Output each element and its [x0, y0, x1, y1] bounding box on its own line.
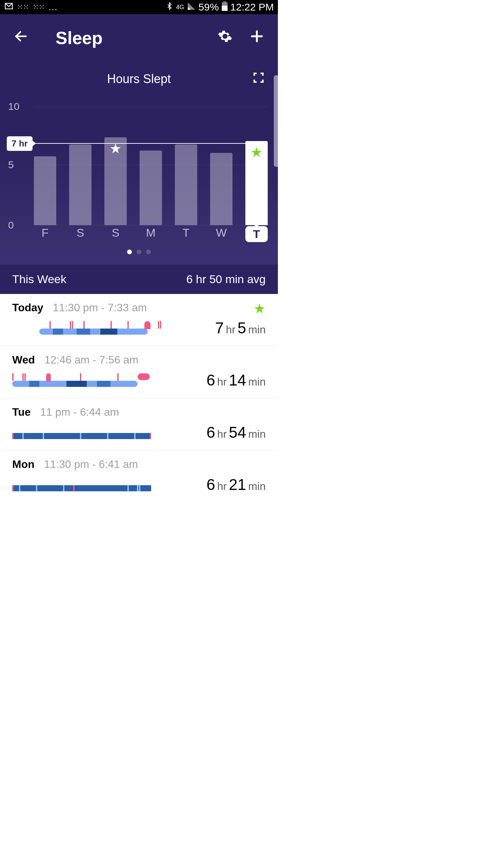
chart-bar[interactable]	[175, 144, 197, 225]
app-icon: ⁙⁙	[33, 3, 45, 12]
x-tick-label[interactable]: W	[210, 226, 232, 242]
more-icon: …	[48, 2, 58, 13]
mail-icon	[4, 1, 14, 13]
goal-badge: 7 hr	[7, 136, 33, 151]
android-status-bar: ⁙⁙ ⁙⁙ … 4G 59% 12:22 PM	[0, 0, 278, 14]
entry-times: 11 pm - 6:44 am	[40, 406, 119, 418]
chart-bar[interactable]: ★	[245, 141, 268, 225]
star-icon: ★	[250, 144, 263, 160]
entry-day: Mon	[12, 458, 35, 471]
x-tick-label[interactable]: S	[69, 226, 92, 242]
chart-title: Hours Slept	[107, 72, 171, 86]
sleep-entry[interactable]: Mon 11:30 pm - 6:41 am 6hr 21min	[0, 451, 278, 494]
entry-times: 12:46 am - 7:56 am	[44, 354, 138, 366]
sleep-stages-graphic	[12, 373, 158, 387]
sleep-stages-graphic	[12, 478, 158, 491]
app-icon: ⁙⁙	[17, 3, 29, 12]
sleep-stages-graphic	[12, 321, 158, 335]
app-header: Sleep	[0, 14, 278, 62]
svg-rect-2	[222, 5, 227, 11]
y-tick: 10	[8, 101, 19, 112]
chart-bar[interactable]	[34, 156, 56, 225]
x-tick-label[interactable]: T	[175, 226, 197, 242]
entry-times: 11:30 pm - 6:41 am	[44, 458, 138, 471]
star-icon: ★	[253, 301, 266, 316]
sleep-entry[interactable]: Today 11:30 pm - 7:33 am 7hr 5min ★	[0, 294, 278, 346]
hours-slept-chart: Hours Slept 10 5 0 ★★ 7 hr FSSMTWT	[0, 62, 278, 264]
page-dot[interactable]	[127, 250, 132, 254]
chart-bar[interactable]	[140, 151, 162, 225]
svg-rect-3	[223, 1, 226, 2]
entry-day: Wed	[12, 354, 35, 366]
y-tick: 5	[8, 159, 14, 171]
week-summary-bar: This Week 6 hr 50 min avg	[0, 264, 278, 294]
page-title: Sleep	[56, 28, 103, 48]
battery-icon	[222, 1, 228, 13]
entry-duration: 6hr 21min	[206, 475, 266, 494]
sleep-entry[interactable]: Tue 11 pm - 6:44 am 6hr 54min	[0, 398, 278, 451]
summary-label: This Week	[12, 273, 66, 286]
battery-pct: 59%	[199, 1, 219, 13]
signal-icon	[187, 1, 196, 13]
x-tick-label[interactable]: M	[140, 226, 162, 242]
page-indicator[interactable]	[0, 242, 278, 258]
chart-canvas[interactable]: 10 5 0 ★★ 7 hr FSSMTWT	[0, 96, 278, 242]
sleep-entry[interactable]: Wed 12:46 am - 7:56 am 6hr 14min	[0, 346, 278, 398]
scroll-handle[interactable]	[274, 75, 278, 167]
entry-duration: 6hr 54min	[206, 423, 266, 441]
chart-bar[interactable]: ★	[104, 137, 127, 225]
add-button[interactable]	[249, 29, 264, 47]
x-tick-label[interactable]: S	[104, 226, 127, 242]
back-button[interactable]	[14, 29, 28, 47]
chart-bar[interactable]	[210, 153, 232, 225]
page-dot[interactable]	[137, 250, 141, 254]
network-label: 4G	[176, 4, 184, 10]
entry-day: Tue	[12, 406, 31, 418]
entry-duration: 7hr 5min	[215, 319, 266, 337]
expand-chart-button[interactable]	[253, 72, 264, 86]
y-tick: 0	[8, 219, 14, 231]
goal-line: 7 hr	[7, 143, 268, 144]
x-tick-label[interactable]: T	[245, 226, 268, 242]
sleep-stages-graphic	[12, 426, 158, 439]
page-dot[interactable]	[146, 250, 151, 254]
x-tick-label[interactable]: F	[34, 226, 56, 242]
settings-button[interactable]	[218, 29, 232, 47]
entry-times: 11:30 pm - 7:33 am	[53, 301, 147, 314]
entry-duration: 6hr 14min	[206, 371, 266, 389]
chart-bar[interactable]	[69, 144, 92, 225]
entry-day: Today	[12, 301, 43, 314]
clock-time: 12:22 PM	[230, 1, 274, 13]
gridline	[34, 225, 268, 225]
sleep-entries-list: Today 11:30 pm - 7:33 am 7hr 5min ★ Wed …	[0, 294, 278, 494]
bluetooth-icon	[165, 1, 174, 13]
summary-avg: 6 hr 50 min avg	[186, 273, 266, 286]
